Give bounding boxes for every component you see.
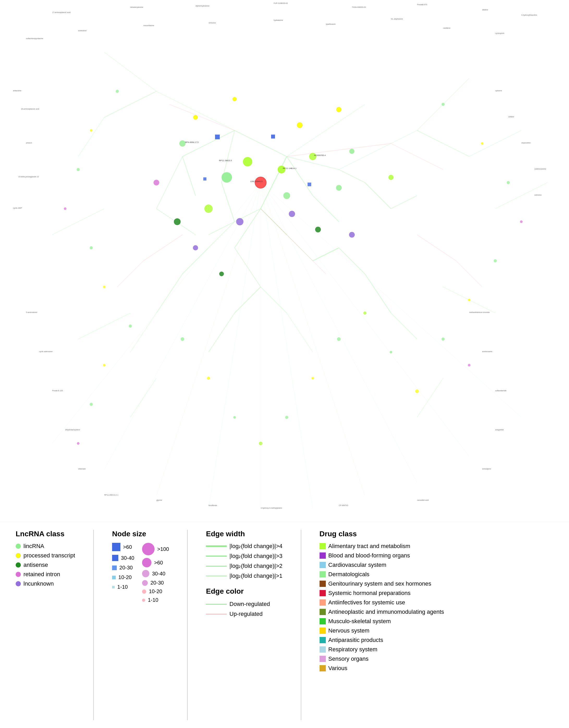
svg-point-88 — [77, 168, 80, 171]
edge-down-icon — [206, 604, 227, 605]
svg-point-108 — [337, 337, 341, 341]
drug-dermatological: Dermatologicals — [319, 571, 444, 578]
drug-antiinfective: Antiinfectives for systemic use — [319, 599, 444, 606]
ci-1020-icon — [142, 589, 146, 594]
svg-text:cyclic adenosine: cyclic adenosine — [39, 351, 52, 353]
edge-legend: Edge width |log₂(fold change)|>4 |log₂(f… — [206, 530, 282, 617]
svg-text:pinacol: pinacol — [26, 142, 32, 144]
svg-text:RP11-3M23.5: RP11-3M23.5 — [219, 159, 232, 162]
svg-text:cetirizine: cetirizine — [534, 194, 542, 196]
antineoplastic-label: Antineoplastic and immunomodulating agen… — [328, 609, 444, 615]
svg-point-100 — [90, 403, 93, 406]
hormonal-label: Systemic hormonal preparations — [328, 590, 410, 597]
svg-point-87 — [90, 129, 93, 132]
edge-up-icon — [206, 614, 227, 615]
svg-text:etidonate: etidonate — [78, 468, 86, 470]
svg-point-115 — [289, 211, 295, 217]
edge-w1-label: |log₂(fold change)|>1 — [230, 573, 282, 579]
svg-text:fenofibrate: fenofibrate — [209, 504, 217, 506]
svg-point-95 — [520, 220, 523, 223]
svg-point-99 — [103, 364, 106, 366]
svg-point-116 — [193, 245, 198, 250]
edge-w-4: |log₂(fold change)|>4 — [206, 543, 282, 550]
svg-text:AC009765.4: AC009765.4 — [314, 154, 326, 157]
svg-point-96 — [494, 259, 497, 262]
svg-point-67 — [243, 157, 252, 166]
svg-text:amlodipine: amlodipine — [482, 468, 491, 470]
svg-point-110 — [390, 351, 392, 353]
svg-point-92 — [441, 103, 445, 106]
sq-3040-icon — [112, 555, 118, 561]
antisense-icon — [16, 562, 21, 568]
svg-point-117 — [349, 232, 355, 238]
svg-point-68 — [278, 166, 285, 173]
svg-text:THVA-008033-02: THVA-008033-02 — [352, 6, 366, 8]
divider-3 — [301, 530, 301, 720]
antisense-label: antisense — [23, 562, 48, 568]
ci-3040-icon — [142, 570, 149, 577]
sensory-label: Sensory organs — [328, 655, 368, 662]
edge-width-title: Edge width — [206, 530, 282, 538]
node-sq-60: >60 — [112, 543, 132, 551]
antiparasitic-label: Antiparasitic products — [328, 637, 383, 643]
edge-w1-icon — [206, 576, 227, 576]
retained-icon — [16, 572, 21, 577]
drug-antiparasitic: Antiparasitic products — [319, 637, 444, 643]
ci-60-icon — [142, 558, 152, 567]
node-sq-1020: 10-20 — [112, 574, 132, 580]
edge-w4-label: |log₂(fold change)|>4 — [230, 543, 282, 550]
network-visualization: LINC00943.5 RP11-3M23.5 RP11-14B14.1 RP4… — [0, 0, 569, 522]
node-size-legend: Node size >60 30-40 20-30 10-20 — [112, 530, 169, 603]
svg-text:carvedilol acid: carvedilol acid — [417, 499, 428, 501]
drug-sensory: Sensory organs — [319, 655, 444, 662]
respiratory-swatch — [319, 646, 326, 653]
lncrna-lincrna: lincRNA — [16, 543, 75, 550]
divider-2 — [187, 530, 188, 720]
svg-text:cefdinir: cefdinir — [508, 116, 514, 118]
sensory-swatch — [319, 656, 326, 662]
edge-color-title: Edge color — [206, 587, 282, 595]
svg-text:RP11-14B14.1: RP11-14B14.1 — [283, 167, 296, 170]
svg-point-86 — [116, 90, 119, 93]
retained-label: retained intron — [23, 571, 60, 578]
node-ci-3040: 30-40 — [142, 570, 165, 577]
svg-text:CP-MMT43: CP-MMT43 — [339, 504, 348, 506]
svg-text:glycine: glycine — [156, 499, 162, 501]
nervous-label: Nervous system — [328, 627, 369, 634]
drug-musculo: Musculo-skeletal system — [319, 618, 444, 625]
edge-w2-icon — [206, 566, 227, 567]
edge-up: Up-regulated — [206, 611, 282, 617]
edge-w-2: |log₂(fold change)|>2 — [206, 563, 282, 569]
svg-text:vinfunine: vinfunine — [209, 22, 216, 24]
svg-point-79 — [297, 122, 302, 128]
edge-up-label: Up-regulated — [230, 611, 263, 617]
lncrna-processed: processed transcript — [16, 552, 75, 559]
svg-text:5-androstenol: 5-androstenol — [26, 311, 37, 313]
drug-antineoplastic: Antineoplastic and immunomodulating agen… — [319, 609, 444, 615]
svg-text:tetradecylamine: tetradecylamine — [130, 6, 143, 8]
svg-text:RP4-669L17.5: RP4-669L17.5 — [185, 141, 199, 143]
respiratory-label: Respiratory system — [328, 646, 377, 653]
svg-text:anagrelide: anagrelide — [495, 429, 504, 431]
lncrna-legend-title: LncRNA class — [16, 530, 75, 538]
svg-text:dihydrotachysterol: dihydrotachysterol — [65, 429, 80, 431]
blood-swatch — [319, 552, 326, 559]
genitourinary-label: Genitourinary system and sex hormones — [328, 580, 431, 587]
svg-point-69 — [222, 172, 232, 183]
svg-point-105 — [259, 442, 263, 445]
nervous-swatch — [319, 628, 326, 634]
svg-text:mesoridazine: mesoridazine — [143, 25, 154, 26]
svg-point-106 — [285, 416, 288, 419]
svg-rect-0 — [0, 0, 569, 522]
svg-text:vinpocetine: vinpocetine — [521, 142, 531, 144]
svg-text:PrestaB-670: PrestaB-670 — [417, 4, 427, 5]
musculo-label: Musculo-skeletal system — [328, 618, 391, 625]
svg-rect-82 — [215, 135, 220, 139]
svg-point-94 — [507, 181, 510, 184]
various-label: Various — [328, 665, 347, 672]
svg-point-98 — [129, 324, 132, 328]
svg-point-102 — [181, 337, 184, 341]
edge-w3-icon — [206, 556, 227, 557]
node-ci-110: 1-10 — [142, 597, 158, 603]
edge-down-label: Down-regulated — [230, 601, 270, 607]
